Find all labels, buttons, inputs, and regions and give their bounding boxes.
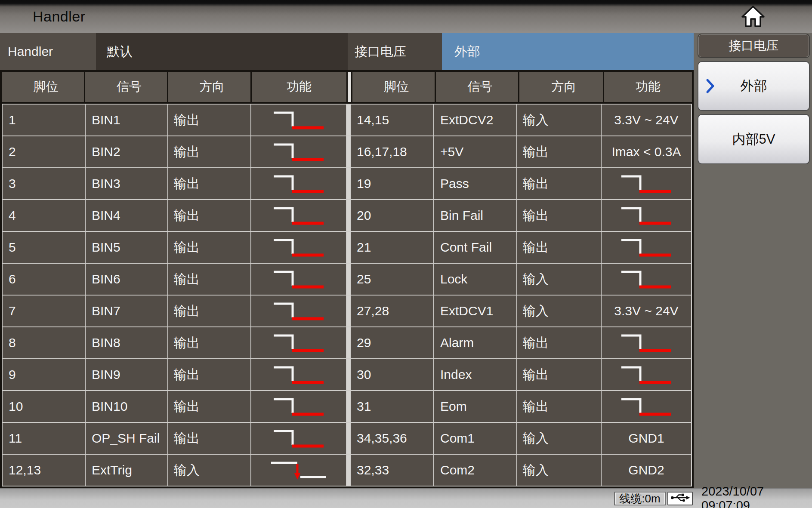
handler-mode-label: Handler <box>0 33 96 70</box>
signal-cell: OP_SH Fail <box>86 423 167 454</box>
table-row: 6BIN6输出25Lock输入 <box>3 264 691 295</box>
direction-cell: 输出 <box>517 232 601 263</box>
interface-voltage-label: 接口电压 <box>348 33 442 70</box>
table-row: 11OP_SH Fail输出34,35,36Com1输入GND1 <box>3 423 691 454</box>
function-cell <box>602 327 691 358</box>
clock-datetime: 2023/10/07 09:07:09 <box>701 489 812 508</box>
active-low-waveform-icon <box>271 142 326 162</box>
direction-cell: 输出 <box>517 168 601 199</box>
table-half-divider <box>347 264 350 295</box>
pin-cell: 1 <box>3 105 85 135</box>
signal-cell: +5V <box>434 136 516 167</box>
function-cell <box>251 264 346 295</box>
active-low-waveform-icon <box>271 173 326 194</box>
direction-cell: 输出 <box>168 105 250 135</box>
table-header-row: 脚位 信号 方向 功能 脚位 信号 方向 功能 <box>2 72 692 102</box>
pin-cell: 2 <box>3 136 85 167</box>
pin-cell: 9 <box>3 359 85 390</box>
sidebar-button-internal-5v[interactable]: 内部5V <box>698 114 810 164</box>
function-cell: Imax < 0.3A <box>602 136 691 167</box>
table-half-divider <box>347 136 350 167</box>
pin-cell: 34,35,36 <box>351 423 433 454</box>
signal-cell: ExtDCV1 <box>434 296 516 326</box>
direction-cell: 输入 <box>168 455 250 486</box>
signal-cell: Bin Fail <box>434 200 516 231</box>
active-low-waveform-icon <box>271 428 326 449</box>
signal-cell: Eom <box>434 391 516 422</box>
direction-cell: 输出 <box>168 391 250 422</box>
pin-cell: 14,15 <box>351 105 433 135</box>
pin-cell: 19 <box>351 168 433 199</box>
direction-cell: 输出 <box>168 136 250 167</box>
column-header-signal: 信号 <box>85 72 167 102</box>
signal-cell: BIN4 <box>86 200 167 231</box>
table-row: 1BIN1输出14,15ExtDCV2输入3.3V ~ 24V <box>3 105 691 135</box>
function-cell: 3.3V ~ 24V <box>602 296 691 326</box>
direction-cell: 输出 <box>168 327 250 358</box>
pin-cell: 27,28 <box>351 296 433 326</box>
signal-cell: ExtDCV2 <box>434 105 516 135</box>
direction-cell: 输入 <box>517 423 601 454</box>
usb-indicator <box>667 492 693 505</box>
table-half-divider <box>347 168 350 199</box>
pin-cell: 25 <box>351 264 433 295</box>
page-title: Handler <box>0 8 86 25</box>
sidebar-button-external[interactable]: 外部 <box>698 61 810 111</box>
table-half-divider <box>347 455 350 486</box>
function-cell <box>251 359 346 390</box>
signal-cell: BIN6 <box>86 264 167 295</box>
active-low-waveform-icon <box>619 237 674 258</box>
settings-row: Handler 默认 接口电压 外部 <box>0 33 694 70</box>
direction-cell: 输出 <box>517 391 601 422</box>
direction-cell: 输出 <box>517 200 601 231</box>
signal-cell: BIN7 <box>86 296 167 326</box>
pin-cell: 5 <box>3 232 85 263</box>
active-low-waveform-icon <box>271 301 326 321</box>
table-half-divider <box>347 200 350 231</box>
sidebar-button-label: 外部 <box>741 77 767 95</box>
function-cell: 3.3V ~ 24V <box>602 105 691 135</box>
direction-cell: 输出 <box>168 296 250 326</box>
signal-cell: Lock <box>434 264 516 295</box>
active-low-waveform-icon <box>619 173 674 194</box>
active-low-waveform-icon <box>271 237 326 258</box>
pin-cell: 12,13 <box>3 455 85 486</box>
falling-edge-trigger-icon <box>269 459 329 481</box>
pin-cell: 4 <box>3 200 85 231</box>
direction-cell: 输出 <box>517 359 601 390</box>
signal-cell: BIN8 <box>86 327 167 358</box>
function-cell <box>251 200 346 231</box>
table-row: 8BIN8输出29Alarm输出 <box>3 327 691 358</box>
table-row: 9BIN9输出30Index输出 <box>3 359 691 390</box>
function-cell <box>602 168 691 199</box>
active-low-waveform-icon <box>271 205 326 226</box>
direction-cell: 输入 <box>517 296 601 326</box>
table-half-divider <box>347 296 350 326</box>
active-low-waveform-icon <box>619 269 674 289</box>
active-low-waveform-icon <box>619 364 674 385</box>
signal-cell: BIN9 <box>86 359 167 390</box>
signal-cell: Index <box>434 359 516 390</box>
signal-cell: BIN3 <box>86 168 167 199</box>
pin-cell: 8 <box>3 327 85 358</box>
active-low-waveform-icon <box>271 110 326 130</box>
direction-cell: 输出 <box>168 200 250 231</box>
home-button[interactable] <box>740 4 766 30</box>
signal-cell: BIN2 <box>86 136 167 167</box>
direction-cell: 输出 <box>168 264 250 295</box>
handler-mode-value[interactable]: 默认 <box>96 33 348 70</box>
active-low-waveform-icon <box>271 396 326 417</box>
signal-cell: BIN10 <box>86 391 167 422</box>
function-cell <box>251 136 346 167</box>
pin-cell: 3 <box>3 168 85 199</box>
function-cell <box>251 391 346 422</box>
signal-cell: Pass <box>434 168 516 199</box>
signal-cell: Com2 <box>434 455 516 486</box>
interface-voltage-value[interactable]: 外部 <box>442 33 694 70</box>
handler-screen: Handler Handler 默认 接口电压 外部 接口电压 外部 内部 <box>0 0 812 508</box>
signal-cell: BIN5 <box>86 232 167 263</box>
pin-cell: 16,17,18 <box>351 136 433 167</box>
function-cell: GND1 <box>602 423 691 454</box>
function-cell <box>602 359 691 390</box>
column-header-direction: 方向 <box>168 72 250 102</box>
